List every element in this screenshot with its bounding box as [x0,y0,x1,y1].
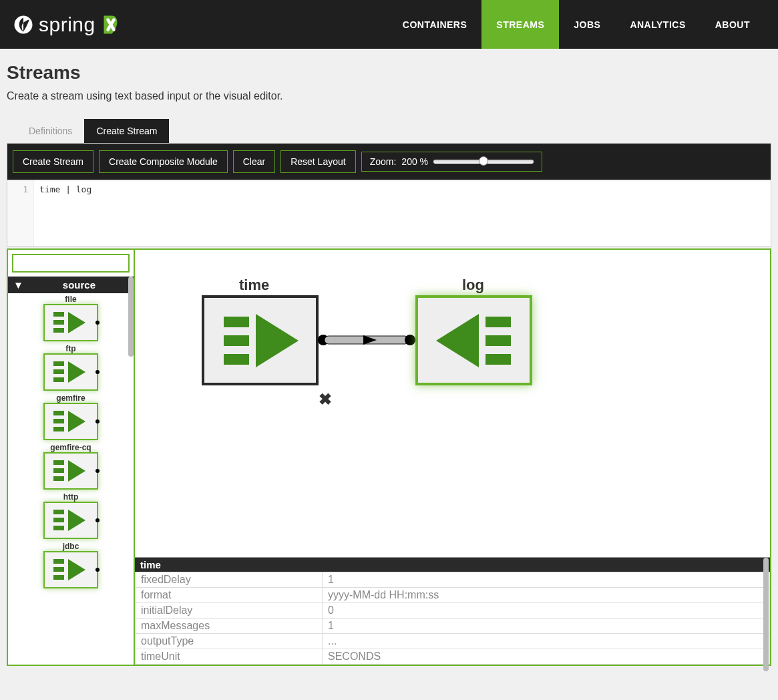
palette-item-http[interactable]: http [43,492,98,539]
nav-jobs[interactable]: JOBS [559,0,615,49]
spring-leaf-icon [13,15,33,35]
palette-section-label: source [30,279,128,291]
prop-value[interactable]: 0 [323,603,770,619]
svg-rect-17 [53,510,64,514]
reset-layout-button[interactable]: Reset Layout [280,150,356,173]
svg-rect-15 [53,476,64,481]
svg-rect-13 [53,460,64,465]
nav-about[interactable]: ABOUT [701,0,765,49]
svg-marker-8 [68,361,85,383]
svg-rect-3 [53,328,64,333]
app-header: spring CONTAINERS STREAMS JOBS ANALYTICS… [0,0,778,49]
main-nav: CONTAINERS STREAMS JOBS ANALYTICS ABOUT [388,0,765,49]
code-editor[interactable]: 1 time | log [7,180,771,247]
svg-rect-22 [53,567,64,572]
prop-value[interactable]: 1 [323,619,770,634]
svg-rect-1 [53,312,64,317]
palette-items: file ftp gemfire [8,293,134,665]
brand-name: spring [39,13,95,36]
flow-canvas[interactable]: time ✖ log [135,250,770,557]
node-label-time: time [239,277,269,294]
tabs: Definitions Create Stream [17,119,771,143]
prop-row[interactable]: initialDelay0 [136,603,770,619]
prop-row[interactable]: fixedDelay1 [136,572,770,588]
zoom-control: Zoom: 200 % [361,152,542,172]
prop-key: maxMessages [136,619,323,634]
brand-logo: spring [13,13,121,36]
source-module-icon [43,502,98,539]
create-stream-button[interactable]: Create Stream [13,150,93,173]
editor-gutter: 1 [7,180,34,246]
prop-row[interactable]: timeUnitSECONDS [136,649,770,665]
prop-value[interactable]: ... [323,634,770,649]
svg-rect-35 [485,335,511,346]
prop-value[interactable]: SECONDS [323,649,770,665]
source-module-icon [43,551,98,588]
palette-item-jdbc[interactable]: jdbc [43,542,98,588]
svg-marker-24 [68,559,85,580]
nav-analytics[interactable]: ANALYTICS [615,0,700,49]
svg-rect-10 [53,419,64,423]
palette-item-file[interactable]: file [43,295,98,341]
tab-create-stream[interactable]: Create Stream [84,119,169,143]
palette-scrollbar[interactable] [128,277,134,357]
source-module-icon [43,353,98,391]
workspace: ▼ source file ftp [7,248,771,666]
svg-rect-23 [53,575,64,580]
connector[interactable] [317,330,417,350]
svg-rect-7 [53,377,64,382]
page-title: Streams [7,62,771,83]
source-module-icon [43,452,98,490]
nav-streams[interactable]: STREAMS [481,0,559,49]
delete-node-icon[interactable]: ✖ [319,390,332,409]
xd-logo-icon [101,15,121,35]
svg-rect-2 [53,320,64,325]
svg-rect-34 [485,317,511,327]
svg-rect-11 [53,427,64,431]
prop-row[interactable]: outputType... [136,634,770,649]
svg-marker-4 [68,312,85,333]
prop-key: format [136,588,323,603]
prop-row[interactable]: maxMessages1 [136,619,770,634]
node-log[interactable] [415,295,532,385]
source-module-icon [43,304,98,341]
canvas-area: time ✖ log t [135,250,770,665]
zoom-slider[interactable] [433,160,534,164]
editor-code[interactable]: time | log [34,180,97,246]
prop-value[interactable]: 1 [323,572,770,588]
prop-value[interactable]: yyyy-MM-dd HH:mm:ss [323,588,770,603]
palette-section-header[interactable]: ▼ source [8,277,134,293]
node-time[interactable] [202,295,319,385]
palette-item-gemfire[interactable]: gemfire [43,393,98,440]
svg-rect-26 [224,335,249,346]
prop-row[interactable]: formatyyyy-MM-dd HH:mm:ss [136,588,770,603]
svg-marker-28 [256,314,299,367]
palette-item-ftp[interactable]: ftp [43,344,98,391]
properties-title: time [135,558,770,572]
nav-containers[interactable]: CONTAINERS [388,0,482,49]
zoom-label: Zoom: [370,156,397,167]
zoom-slider-thumb[interactable] [479,156,488,166]
properties-panel: time fixedDelay1 formatyyyy-MM-dd HH:mm:… [135,557,770,665]
create-composite-button[interactable]: Create Composite Module [99,150,228,173]
properties-scrollbar[interactable] [763,558,769,671]
svg-rect-27 [224,354,249,365]
svg-rect-36 [485,354,511,365]
svg-rect-14 [53,468,64,473]
svg-marker-20 [68,510,85,531]
clear-button[interactable]: Clear [233,150,275,173]
svg-rect-21 [53,559,64,564]
palette-search-input[interactable] [12,254,130,273]
svg-marker-33 [436,314,479,367]
zoom-value: 200 % [401,156,428,167]
palette-item-gemfire-cq[interactable]: gemfire-cq [43,443,98,490]
tab-definitions[interactable]: Definitions [17,119,84,143]
svg-rect-18 [53,518,64,522]
prop-key: fixedDelay [136,572,323,588]
svg-rect-19 [53,526,64,530]
chevron-down-icon: ▼ [13,279,23,291]
svg-rect-5 [53,361,64,366]
node-label-log: log [462,277,484,294]
page-content: Streams Create a stream using text based… [0,49,778,679]
prop-key: timeUnit [136,649,323,665]
